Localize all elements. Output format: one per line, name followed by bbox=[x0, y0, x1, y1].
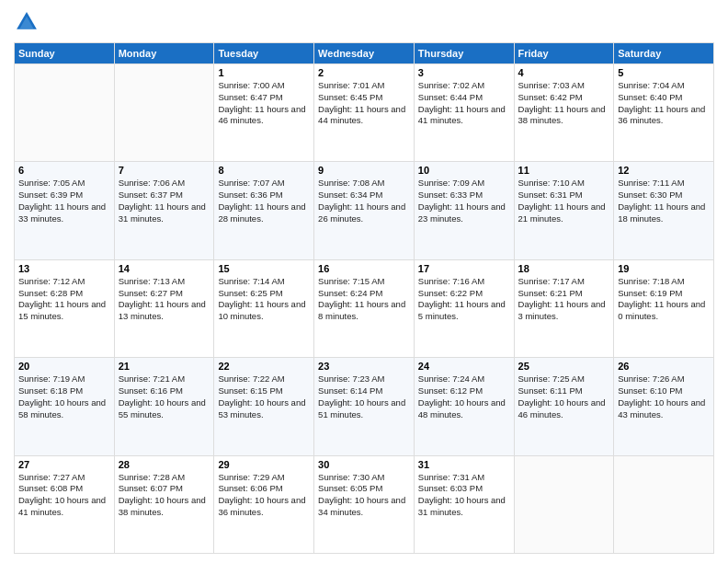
day-number: 12 bbox=[618, 165, 710, 176]
day-number: 3 bbox=[418, 67, 510, 78]
calendar-cell bbox=[15, 64, 115, 162]
day-info: Sunrise: 7:22 AMSunset: 6:15 PMDaylight:… bbox=[218, 373, 310, 420]
calendar-cell bbox=[514, 455, 614, 553]
day-info: Sunrise: 7:28 AMSunset: 6:07 PMDaylight:… bbox=[119, 472, 210, 519]
calendar-header-monday: Monday bbox=[114, 43, 214, 64]
day-number: 24 bbox=[418, 361, 510, 372]
day-info: Sunrise: 7:08 AMSunset: 6:34 PMDaylight:… bbox=[318, 178, 410, 224]
calendar-header-saturday: Saturday bbox=[614, 43, 714, 64]
day-info: Sunrise: 7:26 AMSunset: 6:10 PMDaylight:… bbox=[618, 373, 710, 420]
calendar-cell: 22Sunrise: 7:22 AMSunset: 6:15 PMDayligh… bbox=[214, 358, 314, 455]
calendar-cell: 28Sunrise: 7:28 AMSunset: 6:07 PMDayligh… bbox=[114, 455, 214, 553]
day-info: Sunrise: 7:18 AMSunset: 6:19 PMDaylight:… bbox=[618, 276, 710, 323]
calendar-cell: 12Sunrise: 7:11 AMSunset: 6:30 PMDayligh… bbox=[614, 162, 714, 259]
day-number: 2 bbox=[318, 67, 410, 78]
calendar-cell: 15Sunrise: 7:14 AMSunset: 6:25 PMDayligh… bbox=[214, 259, 314, 357]
day-info: Sunrise: 7:24 AMSunset: 6:12 PMDaylight:… bbox=[418, 373, 510, 420]
day-info: Sunrise: 7:21 AMSunset: 6:16 PMDaylight:… bbox=[119, 373, 210, 420]
day-number: 29 bbox=[218, 459, 310, 470]
day-number: 6 bbox=[18, 165, 110, 176]
calendar-cell: 7Sunrise: 7:06 AMSunset: 6:37 PMDaylight… bbox=[114, 162, 214, 259]
day-number: 22 bbox=[218, 361, 310, 372]
day-number: 14 bbox=[119, 263, 210, 274]
calendar-cell: 29Sunrise: 7:29 AMSunset: 6:06 PMDayligh… bbox=[214, 455, 314, 553]
calendar-cell: 4Sunrise: 7:03 AMSunset: 6:42 PMDaylight… bbox=[514, 64, 614, 162]
day-info: Sunrise: 7:29 AMSunset: 6:06 PMDaylight:… bbox=[218, 472, 310, 519]
calendar-week-4: 20Sunrise: 7:19 AMSunset: 6:18 PMDayligh… bbox=[15, 358, 714, 455]
day-info: Sunrise: 7:06 AMSunset: 6:37 PMDaylight:… bbox=[119, 178, 210, 224]
calendar-cell: 18Sunrise: 7:17 AMSunset: 6:21 PMDayligh… bbox=[514, 259, 614, 357]
day-info: Sunrise: 7:16 AMSunset: 6:22 PMDaylight:… bbox=[418, 276, 510, 323]
day-number: 18 bbox=[518, 263, 610, 274]
calendar-header-thursday: Thursday bbox=[414, 43, 514, 64]
calendar-cell: 13Sunrise: 7:12 AMSunset: 6:28 PMDayligh… bbox=[15, 259, 115, 357]
calendar-week-3: 13Sunrise: 7:12 AMSunset: 6:28 PMDayligh… bbox=[15, 259, 714, 357]
calendar-cell: 2Sunrise: 7:01 AMSunset: 6:45 PMDaylight… bbox=[314, 64, 415, 162]
day-number: 20 bbox=[18, 361, 110, 372]
day-info: Sunrise: 7:17 AMSunset: 6:21 PMDaylight:… bbox=[518, 276, 610, 323]
calendar-cell: 30Sunrise: 7:30 AMSunset: 6:05 PMDayligh… bbox=[314, 455, 415, 553]
logo bbox=[14, 9, 43, 35]
day-number: 16 bbox=[318, 263, 410, 274]
calendar-cell: 5Sunrise: 7:04 AMSunset: 6:40 PMDaylight… bbox=[614, 64, 714, 162]
day-info: Sunrise: 7:30 AMSunset: 6:05 PMDaylight:… bbox=[318, 472, 410, 519]
calendar-week-5: 27Sunrise: 7:27 AMSunset: 6:08 PMDayligh… bbox=[15, 455, 714, 553]
calendar-cell: 27Sunrise: 7:27 AMSunset: 6:08 PMDayligh… bbox=[15, 455, 115, 553]
calendar-week-2: 6Sunrise: 7:05 AMSunset: 6:39 PMDaylight… bbox=[15, 162, 714, 259]
day-number: 31 bbox=[418, 459, 510, 470]
calendar-cell: 23Sunrise: 7:23 AMSunset: 6:14 PMDayligh… bbox=[314, 358, 415, 455]
calendar-cell: 16Sunrise: 7:15 AMSunset: 6:24 PMDayligh… bbox=[314, 259, 415, 357]
day-info: Sunrise: 7:19 AMSunset: 6:18 PMDaylight:… bbox=[18, 373, 110, 420]
calendar-week-1: 1Sunrise: 7:00 AMSunset: 6:47 PMDaylight… bbox=[15, 64, 714, 162]
calendar-cell: 8Sunrise: 7:07 AMSunset: 6:36 PMDaylight… bbox=[214, 162, 314, 259]
day-info: Sunrise: 7:27 AMSunset: 6:08 PMDaylight:… bbox=[18, 472, 110, 519]
calendar-cell: 21Sunrise: 7:21 AMSunset: 6:16 PMDayligh… bbox=[114, 358, 214, 455]
day-info: Sunrise: 7:07 AMSunset: 6:36 PMDaylight:… bbox=[218, 178, 310, 224]
calendar-header-wednesday: Wednesday bbox=[314, 43, 415, 64]
day-number: 27 bbox=[18, 459, 110, 470]
day-number: 7 bbox=[119, 165, 210, 176]
calendar-cell: 19Sunrise: 7:18 AMSunset: 6:19 PMDayligh… bbox=[614, 259, 714, 357]
header bbox=[14, 9, 714, 35]
calendar-cell: 3Sunrise: 7:02 AMSunset: 6:44 PMDaylight… bbox=[414, 64, 514, 162]
calendar-cell: 25Sunrise: 7:25 AMSunset: 6:11 PMDayligh… bbox=[514, 358, 614, 455]
calendar-cell: 31Sunrise: 7:31 AMSunset: 6:03 PMDayligh… bbox=[414, 455, 514, 553]
calendar-table: SundayMondayTuesdayWednesdayThursdayFrid… bbox=[14, 42, 714, 554]
day-number: 1 bbox=[218, 67, 310, 78]
day-info: Sunrise: 7:00 AMSunset: 6:47 PMDaylight:… bbox=[218, 80, 310, 127]
day-info: Sunrise: 7:31 AMSunset: 6:03 PMDaylight:… bbox=[418, 472, 510, 519]
day-info: Sunrise: 7:04 AMSunset: 6:40 PMDaylight:… bbox=[618, 80, 710, 127]
calendar-cell bbox=[114, 64, 214, 162]
day-number: 15 bbox=[218, 263, 310, 274]
day-number: 11 bbox=[518, 165, 610, 176]
day-info: Sunrise: 7:13 AMSunset: 6:27 PMDaylight:… bbox=[119, 276, 210, 323]
day-info: Sunrise: 7:03 AMSunset: 6:42 PMDaylight:… bbox=[518, 80, 610, 127]
day-number: 4 bbox=[518, 67, 610, 78]
day-number: 26 bbox=[618, 361, 710, 372]
day-info: Sunrise: 7:23 AMSunset: 6:14 PMDaylight:… bbox=[318, 373, 410, 420]
calendar-cell: 6Sunrise: 7:05 AMSunset: 6:39 PMDaylight… bbox=[15, 162, 115, 259]
calendar-cell: 24Sunrise: 7:24 AMSunset: 6:12 PMDayligh… bbox=[414, 358, 514, 455]
day-number: 17 bbox=[418, 263, 510, 274]
calendar-cell: 20Sunrise: 7:19 AMSunset: 6:18 PMDayligh… bbox=[15, 358, 115, 455]
calendar-cell: 10Sunrise: 7:09 AMSunset: 6:33 PMDayligh… bbox=[414, 162, 514, 259]
day-number: 13 bbox=[18, 263, 110, 274]
day-number: 10 bbox=[418, 165, 510, 176]
day-info: Sunrise: 7:15 AMSunset: 6:24 PMDaylight:… bbox=[318, 276, 410, 323]
calendar-header-row: SundayMondayTuesdayWednesdayThursdayFrid… bbox=[15, 43, 714, 64]
day-number: 30 bbox=[318, 459, 410, 470]
calendar-cell: 11Sunrise: 7:10 AMSunset: 6:31 PMDayligh… bbox=[514, 162, 614, 259]
calendar-cell: 17Sunrise: 7:16 AMSunset: 6:22 PMDayligh… bbox=[414, 259, 514, 357]
calendar-header-tuesday: Tuesday bbox=[214, 43, 314, 64]
logo-icon bbox=[14, 9, 40, 35]
day-info: Sunrise: 7:02 AMSunset: 6:44 PMDaylight:… bbox=[418, 80, 510, 127]
day-info: Sunrise: 7:11 AMSunset: 6:30 PMDaylight:… bbox=[618, 178, 710, 224]
calendar-header-sunday: Sunday bbox=[15, 43, 115, 64]
day-number: 9 bbox=[318, 165, 410, 176]
calendar-cell bbox=[614, 455, 714, 553]
day-info: Sunrise: 7:12 AMSunset: 6:28 PMDaylight:… bbox=[18, 276, 110, 323]
calendar-header-friday: Friday bbox=[514, 43, 614, 64]
day-number: 28 bbox=[119, 459, 210, 470]
calendar-cell: 9Sunrise: 7:08 AMSunset: 6:34 PMDaylight… bbox=[314, 162, 415, 259]
day-info: Sunrise: 7:25 AMSunset: 6:11 PMDaylight:… bbox=[518, 373, 610, 420]
